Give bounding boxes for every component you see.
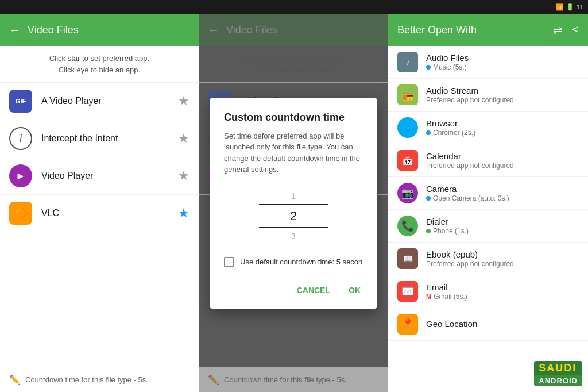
calendar-icon: 📅 xyxy=(397,150,418,171)
bow-item-title: Audio Stream xyxy=(426,86,579,95)
bow-item-dialer[interactable]: 📞 Dialer Phone (1s.) xyxy=(388,210,588,243)
default-countdown-checkbox-row[interactable]: Use default countdown time: 5 secon xyxy=(210,252,377,276)
filter-icon[interactable]: ⇌ xyxy=(553,23,563,37)
spinner-line-bottom xyxy=(259,227,328,228)
bow-item-title: Geo Location xyxy=(426,319,579,329)
video-player-icon: ► xyxy=(9,164,32,187)
dot-icon xyxy=(426,65,431,70)
left-bottom-text: Countdown time for this file type - 5s. xyxy=(25,375,148,384)
bow-item-audio-stream[interactable]: 📻 Audio Stream Preferred app not configu… xyxy=(388,79,588,112)
left-panel-title: Video Files xyxy=(28,24,189,36)
countdown-spinner[interactable]: 1 2 3 xyxy=(210,185,377,252)
bow-item-browser[interactable]: 🌐 Browser Chromer (2s.) xyxy=(388,112,588,144)
right-app-bar-actions: ⇌ < xyxy=(553,23,579,37)
bow-item-ebook[interactable]: 📖 Ebook (epub) Preferred app not configu… xyxy=(388,243,588,275)
circle-i-icon: i xyxy=(9,127,32,150)
bow-item-audio-files[interactable]: ♪ Audio Files Music (5s.) xyxy=(388,46,588,79)
camera-icon: 📷 xyxy=(397,183,418,203)
time-display: 11 xyxy=(577,3,583,10)
list-item[interactable]: i Intercept the Intent ★ xyxy=(0,120,199,157)
left-app-list: GIF A Video Player ★ i Intercept the Int… xyxy=(0,83,199,367)
left-helper-text: Click star to set preferred app. Click e… xyxy=(0,46,199,83)
email-icon: ✉️ xyxy=(397,281,418,302)
bow-item-subtitle: Chromer (2s.) xyxy=(426,129,579,137)
gif-app-icon: GIF xyxy=(9,90,32,113)
bow-item-email[interactable]: ✉️ Email MGmail (5s.) xyxy=(388,275,588,308)
bow-item-subtitle: Preferred app not configured xyxy=(426,162,579,170)
bow-item-subtitle: Preferred app not configured xyxy=(426,260,579,268)
bow-item-subtitle: MGmail (5s.) xyxy=(426,293,579,301)
watermark: SAUDI ANDROID xyxy=(534,361,582,386)
app-name: Video Player xyxy=(41,171,169,181)
bow-item-title: Calendar xyxy=(426,151,579,161)
bow-item-text: Geo Location xyxy=(426,319,579,329)
app-name: VLC xyxy=(41,208,169,218)
bow-item-subtitle: Phone (1s.) xyxy=(426,227,579,235)
bow-item-title: Dialer xyxy=(426,217,579,226)
battery-icon: 🔋 xyxy=(566,3,574,11)
dialog-buttons: CANCEL OK xyxy=(210,276,377,309)
dot-icon xyxy=(426,196,431,201)
bow-item-title: Audio Files xyxy=(426,53,579,63)
dot-icon xyxy=(426,229,431,233)
star-button-active[interactable]: ★ xyxy=(178,206,189,221)
bow-item-text: Calendar Preferred app not configured xyxy=(426,151,579,170)
star-button[interactable]: ★ xyxy=(178,168,189,183)
bow-item-calendar[interactable]: 📅 Calendar Preferred app not configured xyxy=(388,144,588,177)
geo-icon: 📍 xyxy=(397,314,418,335)
bow-item-text: Camera Open Camera (auto: 0s.) xyxy=(426,184,579,202)
pencil-icon: ✏️ xyxy=(9,374,21,385)
bow-item-geo[interactable]: 📍 Geo Location xyxy=(388,308,588,341)
bow-list: ♪ Audio Files Music (5s.) 📻 Audio Stream… xyxy=(388,46,588,392)
dialer-icon: 📞 xyxy=(397,216,418,236)
default-countdown-label: Use default countdown time: 5 secon xyxy=(240,258,362,266)
bow-item-text: Audio Files Music (5s.) xyxy=(426,53,579,71)
dialog-overlay: Custom countdown time Set time before pr… xyxy=(199,14,388,392)
watermark-saudi-text: SAUDI xyxy=(534,361,582,375)
signal-icon: 📶 xyxy=(556,3,564,11)
watermark-android-text: ANDROID xyxy=(534,375,582,386)
bow-item-text: Audio Stream Preferred app not configure… xyxy=(426,86,579,104)
spinner-line-top xyxy=(259,204,328,205)
bow-item-text: Browser Chromer (2s.) xyxy=(426,118,579,137)
main-container: ← Video Files Click star to set preferre… xyxy=(0,14,588,392)
dot-icon xyxy=(426,130,431,135)
audio-stream-icon: 📻 xyxy=(397,84,418,105)
vlc-icon: 🔶 xyxy=(9,202,32,225)
bow-item-title: Email xyxy=(426,282,579,292)
app-name: Intercept the Intent xyxy=(41,133,169,144)
default-countdown-checkbox[interactable] xyxy=(224,257,234,267)
audio-files-icon: ♪ xyxy=(397,52,418,72)
star-button[interactable]: ★ xyxy=(178,131,189,146)
gmail-m-icon: M xyxy=(426,293,431,300)
dialog-body: Set time before preferred app will be la… xyxy=(210,130,377,185)
dialog-title: Custom countdown time xyxy=(210,112,377,130)
browser-icon: 🌐 xyxy=(397,117,418,138)
left-back-button[interactable]: ← xyxy=(9,24,21,37)
list-item[interactable]: GIF A Video Player ★ xyxy=(0,83,199,120)
bow-item-subtitle: Preferred app not configured xyxy=(426,96,579,104)
bow-item-subtitle: Music (5s.) xyxy=(426,63,579,71)
app-name: A Video Player xyxy=(41,96,169,106)
spinner-value-3: 3 xyxy=(291,229,296,243)
ok-button[interactable]: OK xyxy=(342,281,368,299)
bow-item-text: Dialer Phone (1s.) xyxy=(426,217,579,235)
right-panel-title: Better Open With xyxy=(397,24,546,36)
bow-item-text: Ebook (epub) Preferred app not configure… xyxy=(426,249,579,268)
list-item[interactable]: ► Video Player ★ xyxy=(0,157,199,195)
status-icons: 📶 🔋 11 xyxy=(556,3,583,11)
bow-item-title: Browser xyxy=(426,118,579,128)
panel-left: ← Video Files Click star to set preferre… xyxy=(0,14,199,392)
bow-item-title: Ebook (epub) xyxy=(426,249,579,259)
status-bar: 📶 🔋 11 xyxy=(0,0,588,14)
right-app-bar: Better Open With ⇌ < xyxy=(388,14,588,46)
share-icon[interactable]: < xyxy=(572,23,579,37)
panel-right: Better Open With ⇌ < ♪ Audio Files Music… xyxy=(388,14,588,392)
list-item[interactable]: 🔶 VLC ★ xyxy=(0,195,199,232)
star-button[interactable]: ★ xyxy=(178,94,189,109)
bow-item-camera[interactable]: 📷 Camera Open Camera (auto: 0s.) xyxy=(388,177,588,210)
left-app-bar: ← Video Files xyxy=(0,14,199,46)
cancel-button[interactable]: CANCEL xyxy=(290,281,337,299)
custom-countdown-dialog: Custom countdown time Set time before pr… xyxy=(210,98,377,309)
bow-item-subtitle: Open Camera (auto: 0s.) xyxy=(426,194,579,202)
